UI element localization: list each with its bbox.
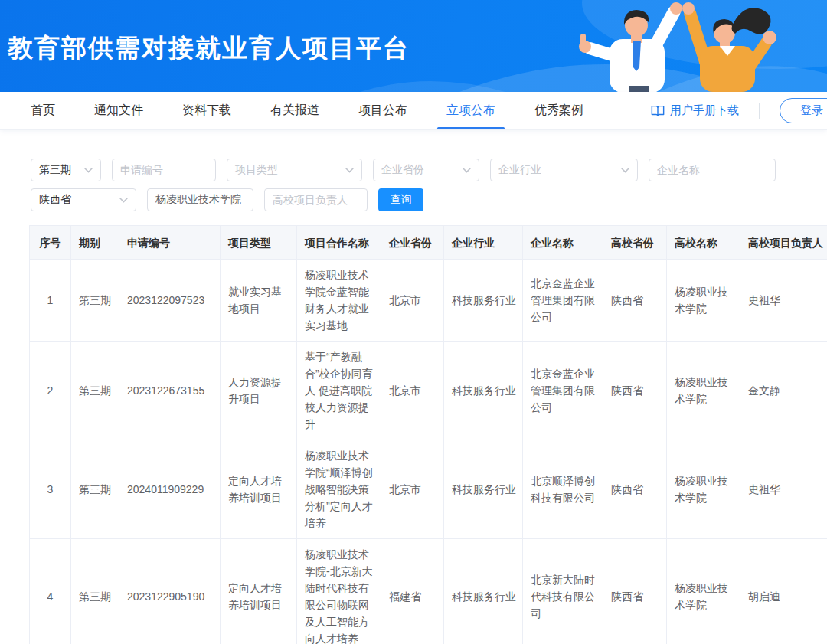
nav-item-link[interactable]: 有关报道 xyxy=(270,92,319,129)
chevron-down-icon xyxy=(463,168,471,173)
nav-item-link[interactable]: 首页 xyxy=(31,92,55,129)
chevron-down-icon xyxy=(621,168,629,173)
book-icon xyxy=(651,105,665,116)
table-cell: 第三期 xyxy=(71,260,119,342)
manual-download-link[interactable]: 用户手册下载 xyxy=(651,103,739,118)
table-cell: 2023122673155 xyxy=(119,342,221,440)
manual-download-label: 用户手册下载 xyxy=(670,103,739,118)
table-cell: 北京金蓝企业管理集团有限公司 xyxy=(523,342,603,440)
table-cell: 杨凌职业技术学院-北京新大陆时代科技有限公司物联网及人工智能方向人才培养 xyxy=(297,539,381,644)
nav-item-link[interactable]: 项目公布 xyxy=(358,92,407,129)
table-row: 2第三期2023122673155人力资源提升项目基于“产教融合”校企协同育人 … xyxy=(30,342,827,440)
table-row: 1第三期2023122097523就业实习基地项目杨凌职业技术学院金蓝智能财务人… xyxy=(30,260,827,342)
column-header: 高校项目负责人 xyxy=(740,226,827,260)
table-cell: 陕西省 xyxy=(603,342,667,440)
filter-row-2: 陕西省 查询 xyxy=(31,188,827,211)
college-province-select[interactable]: 陕西省 xyxy=(31,188,136,211)
nav-item-active[interactable]: 立项公布 xyxy=(446,92,495,129)
column-header: 企业省份 xyxy=(381,226,444,260)
project-type-select[interactable]: 项目类型 xyxy=(227,159,362,181)
company-province-select[interactable]: 企业省份 xyxy=(373,159,479,181)
application-no-input[interactable] xyxy=(112,159,216,181)
period-select-value: 第三期 xyxy=(39,163,71,177)
table-cell: 史祖华 xyxy=(740,260,827,342)
table-cell: 陕西省 xyxy=(603,440,667,539)
company-name-input[interactable] xyxy=(649,159,776,181)
column-header: 序号 xyxy=(30,226,71,260)
nav-bar: 首页通知文件资料下载有关报道项目公布立项公布优秀案例 用户手册下载 登录 xyxy=(0,92,827,130)
table-cell: 就业实习基地项目 xyxy=(221,260,297,342)
table-cell: 杨凌职业技术学院“顺泽博创战略智能决策分析”定向人才培养 xyxy=(297,440,381,539)
table-cell: 杨凌职业技术学院金蓝智能财务人才就业实习基地 xyxy=(297,260,381,342)
column-header: 企业名称 xyxy=(523,226,603,260)
table-cell: 第三期 xyxy=(71,539,119,644)
table-header-row: 序号期别申请编号项目类型项目合作名称企业省份企业行业企业名称高校省份高校名称高校… xyxy=(30,226,827,260)
table-cell: 胡启迪 xyxy=(740,539,827,644)
column-header: 企业行业 xyxy=(444,226,523,260)
column-header: 高校省份 xyxy=(603,226,667,260)
table-cell: 1 xyxy=(30,260,71,342)
page-title: 教育部供需对接就业育人项目平台 xyxy=(8,31,410,66)
table-cell: 3 xyxy=(30,440,71,539)
column-header: 项目类型 xyxy=(221,226,297,260)
nav-item-link[interactable]: 优秀案例 xyxy=(534,92,583,129)
nav-item-link[interactable]: 通知文件 xyxy=(94,92,143,129)
projects-table: 序号期别申请编号项目类型项目合作名称企业省份企业行业企业名称高校省份高校名称高校… xyxy=(29,225,827,644)
table-cell: 北京新大陆时代科技有限公司 xyxy=(523,539,603,644)
nav-items: 首页通知文件资料下载有关报道项目公布立项公布优秀案例 xyxy=(0,92,623,129)
table-cell: 2023122905190 xyxy=(119,539,221,644)
nav-item-link[interactable]: 资料下载 xyxy=(182,92,231,129)
chevron-down-icon xyxy=(84,168,93,173)
column-header: 期别 xyxy=(71,226,119,260)
table-cell: 陕西省 xyxy=(603,539,667,644)
company-province-placeholder: 企业省份 xyxy=(381,163,424,177)
table-cell: 基于“产教融合”校企协同育人 促进高职院校人力资源提升 xyxy=(297,342,381,440)
table-cell: 4 xyxy=(30,539,71,644)
table-cell: 2024011909229 xyxy=(119,440,221,539)
table-cell: 第三期 xyxy=(71,440,119,539)
table-cell: 福建省 xyxy=(381,539,444,644)
table-cell: 定向人才培养培训项目 xyxy=(221,440,297,539)
table-cell: 陕西省 xyxy=(603,260,667,342)
login-button[interactable]: 登录 xyxy=(780,98,827,123)
projects-table-wrap: 序号期别申请编号项目类型项目合作名称企业省份企业行业企业名称高校省份高校名称高校… xyxy=(29,225,827,644)
table-cell: 科技服务行业 xyxy=(444,260,523,342)
period-select[interactable]: 第三期 xyxy=(31,159,101,181)
table-cell: 杨凌职业技术学院 xyxy=(667,260,740,342)
project-type-placeholder: 项目类型 xyxy=(235,163,278,177)
table-cell: 金文静 xyxy=(740,342,827,440)
table-cell: 北京顺泽博创科技有限公司 xyxy=(523,440,603,539)
chevron-down-icon xyxy=(119,198,128,203)
filter-section: 第三期 项目类型 企业省份 企业行业 陕西省 xyxy=(0,130,827,211)
table-cell: 北京市 xyxy=(381,440,444,539)
table-cell: 2 xyxy=(30,342,71,440)
table-cell: 人力资源提升项目 xyxy=(221,342,297,440)
table-cell: 第三期 xyxy=(71,342,119,440)
search-button[interactable]: 查询 xyxy=(378,188,423,211)
table-cell: 2023122097523 xyxy=(119,260,221,342)
filter-row-1: 第三期 项目类型 企业省份 企业行业 xyxy=(31,159,827,181)
table-body: 1第三期2023122097523就业实习基地项目杨凌职业技术学院金蓝智能财务人… xyxy=(30,260,827,644)
company-industry-select[interactable]: 企业行业 xyxy=(490,159,638,181)
table-cell: 定向人才培养培训项目 xyxy=(221,539,297,644)
college-leader-input[interactable] xyxy=(264,188,368,211)
table-cell: 杨凌职业技术学院 xyxy=(667,539,740,644)
chevron-down-icon xyxy=(345,168,354,173)
banner: 教育部供需对接就业育人项目平台 xyxy=(0,0,827,92)
table-cell: 科技服务行业 xyxy=(444,440,523,539)
table-cell: 北京市 xyxy=(381,260,444,342)
table-cell: 杨凌职业技术学院 xyxy=(667,440,740,539)
table-cell: 科技服务行业 xyxy=(444,539,523,644)
table-row: 4第三期2023122905190定向人才培养培训项目杨凌职业技术学院-北京新大… xyxy=(30,539,827,644)
college-province-value: 陕西省 xyxy=(39,193,71,207)
column-header: 高校名称 xyxy=(667,226,740,260)
table-row: 3第三期2024011909229定向人才培养培训项目杨凌职业技术学院“顺泽博创… xyxy=(30,440,827,539)
column-header: 项目合作名称 xyxy=(297,226,381,260)
nav-divider xyxy=(759,103,760,119)
college-name-input[interactable] xyxy=(147,188,253,211)
table-cell: 杨凌职业技术学院 xyxy=(667,342,740,440)
table-cell: 科技服务行业 xyxy=(444,342,523,440)
table-cell: 史祖华 xyxy=(740,440,827,539)
table-cell: 北京市 xyxy=(381,342,444,440)
table-cell: 北京金蓝企业管理集团有限公司 xyxy=(523,260,603,342)
